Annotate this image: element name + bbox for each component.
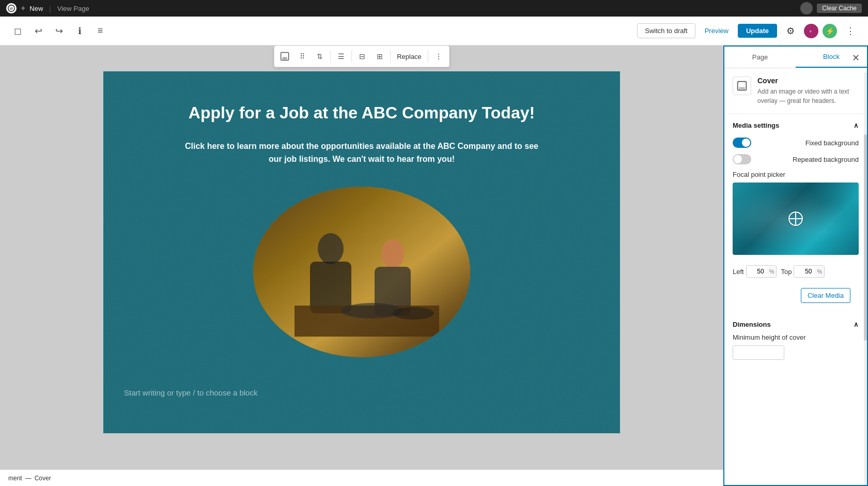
bolt-icon: ⚡ [823, 24, 837, 38]
block-icon-button[interactable]: ◻ [8, 22, 27, 40]
cover-subtitle[interactable]: Click here to learn more about the oppor… [181, 140, 542, 166]
block-info-section: Cover Add an image or video with a text … [724, 68, 867, 114]
svg-point-12 [341, 303, 403, 318]
focal-left-input-wrap: % [746, 265, 777, 278]
page-tab[interactable]: Page [724, 47, 796, 68]
switch-to-draft-button[interactable]: Switch to draft [637, 23, 695, 38]
toolbar-separator-4 [428, 50, 428, 63]
dimensions-body: Minimum height of cover px [724, 333, 867, 366]
repeated-background-label: Repeated background [793, 156, 859, 163]
focal-point-section: Focal point picker [724, 168, 867, 261]
start-writing-prompt[interactable]: Start writing or type / to choose a bloc… [124, 388, 599, 407]
media-settings-section: Media settings ∧ Fixed background Repeat… [724, 114, 867, 313]
focal-point-crosshair [788, 211, 803, 226]
repeated-background-toggle[interactable] [733, 154, 751, 164]
svg-text:W: W [10, 7, 13, 10]
cover-title[interactable]: Apply for a Job at the ABC Company Today… [124, 102, 599, 124]
focal-point-label: Focal point picker [733, 171, 859, 178]
repeated-background-row: Repeated background [724, 151, 867, 168]
panel-tabs: Page Block ✕ [724, 47, 867, 68]
focal-point-picker[interactable] [733, 183, 859, 255]
admin-avatar [800, 2, 813, 14]
media-settings-label: Media settings [733, 122, 779, 129]
svg-point-13 [393, 307, 434, 320]
media-settings-header[interactable]: Media settings ∧ [724, 114, 867, 134]
focal-top-input[interactable] [794, 266, 815, 277]
settings-button[interactable]: ⚙ [781, 22, 800, 40]
admin-bar: W + New | View Page Clear Cache [0, 0, 868, 17]
editor-area: ⠿ ⇅ ☰ ⊟ ⊞ Replace ⋮ Apply for a Job at t… [0, 45, 723, 486]
cover-content: Apply for a Job at the ABC Company Today… [103, 71, 620, 428]
preview-button[interactable]: Preview [700, 24, 734, 38]
admin-separator: | [49, 5, 51, 12]
main-layout: ⠿ ⇅ ☰ ⊟ ⊞ Replace ⋮ Apply for a Job at t… [0, 45, 868, 486]
move-up-down-button[interactable]: ⇅ [312, 48, 328, 65]
admin-view-page[interactable]: View Page [57, 5, 89, 12]
cover-block[interactable]: Apply for a Job at the ABC Company Today… [103, 71, 620, 433]
focal-inputs: Left % Top % [724, 261, 867, 282]
admin-plus-icon[interactable]: + [21, 4, 25, 13]
svg-text:Y: Y [810, 29, 812, 33]
editor-toolbar: ◻ ↩ ↪ ℹ ≡ Switch to draft Preview Update… [0, 17, 868, 45]
focal-top-group: Top % [781, 265, 825, 278]
admin-new-label[interactable]: New [29, 5, 43, 12]
align-left-button[interactable]: ☰ [333, 48, 349, 65]
cover-block-icon-button[interactable] [276, 48, 293, 65]
min-height-input[interactable] [733, 346, 784, 359]
fixed-background-label: Fixed background [805, 139, 859, 147]
min-height-input-wrap: px [733, 345, 784, 360]
panel-close-button[interactable]: ✕ [848, 51, 863, 65]
undo-button[interactable]: ↩ [29, 22, 48, 40]
focal-left-group: Left % [733, 265, 777, 278]
focal-left-input[interactable] [747, 266, 767, 277]
fixed-background-toggle[interactable] [733, 138, 751, 148]
toolbar-separator-3 [390, 50, 391, 63]
wp-logo: W [6, 3, 17, 13]
admin-bar-right: Clear Cache [800, 2, 862, 14]
list-view-button[interactable]: ≡ [91, 22, 110, 40]
replace-button[interactable]: Replace [393, 51, 426, 63]
fixed-background-row: Fixed background [724, 134, 867, 151]
update-button[interactable]: Update [738, 24, 777, 38]
focal-top-label: Top [781, 268, 792, 276]
breadcrumb-separator: — [25, 475, 32, 482]
focal-left-unit: % [767, 266, 777, 277]
dimensions-section: Dimensions ∧ Minimum height of cover px [724, 313, 867, 366]
block-info-text: Cover Add an image or video with a text … [757, 77, 859, 105]
cover-block-icon [733, 77, 751, 95]
redo-button[interactable]: ↪ [50, 22, 68, 40]
panel-scrollbar-thumb [864, 134, 867, 341]
toolbar-right: Switch to draft Preview Update ⚙ Y ⚡ ⋮ [637, 22, 860, 40]
focal-left-label: Left [733, 268, 744, 276]
svg-point-9 [381, 239, 404, 268]
more-options-button[interactable]: ⋮ [841, 22, 860, 40]
breadcrumb-text2[interactable]: Cover [35, 475, 51, 482]
toolbar-separator [330, 50, 331, 63]
info-button[interactable]: ℹ [70, 22, 89, 40]
panel-body: Cover Add an image or video with a text … [724, 68, 867, 485]
block-description: Add an image or video with a text overla… [757, 87, 859, 105]
block-more-button[interactable]: ⋮ [430, 48, 447, 65]
drag-handle-button[interactable]: ⠿ [294, 48, 311, 65]
dimensions-label: Dimensions [733, 321, 771, 328]
breadcrumb-bar: ment — Cover [0, 469, 723, 486]
yoast-icon: Y [804, 24, 818, 38]
media-settings-chevron: ∧ [854, 122, 859, 129]
dimensions-header[interactable]: Dimensions ∧ [724, 313, 867, 333]
grid-view-button[interactable]: ⊞ [371, 48, 388, 65]
clear-cache-button[interactable]: Clear Cache [817, 4, 862, 13]
block-toolbar: ⠿ ⇅ ☰ ⊟ ⊞ Replace ⋮ [274, 45, 450, 67]
clear-media-button[interactable]: Clear Media [801, 288, 850, 303]
panel-scrollbar[interactable] [864, 72, 867, 485]
cover-image-oval [253, 187, 470, 357]
svg-point-7 [318, 233, 344, 264]
svg-rect-4 [283, 57, 287, 60]
svg-rect-15 [739, 87, 745, 89]
toolbar-separator-2 [351, 50, 352, 63]
focal-top-unit: % [815, 266, 824, 277]
breadcrumb-text1: ment [8, 475, 22, 482]
dimensions-chevron: ∧ [854, 321, 859, 328]
focal-top-input-wrap: % [794, 265, 825, 278]
block-title: Cover [757, 77, 859, 85]
block-layout-button[interactable]: ⊟ [354, 48, 370, 65]
